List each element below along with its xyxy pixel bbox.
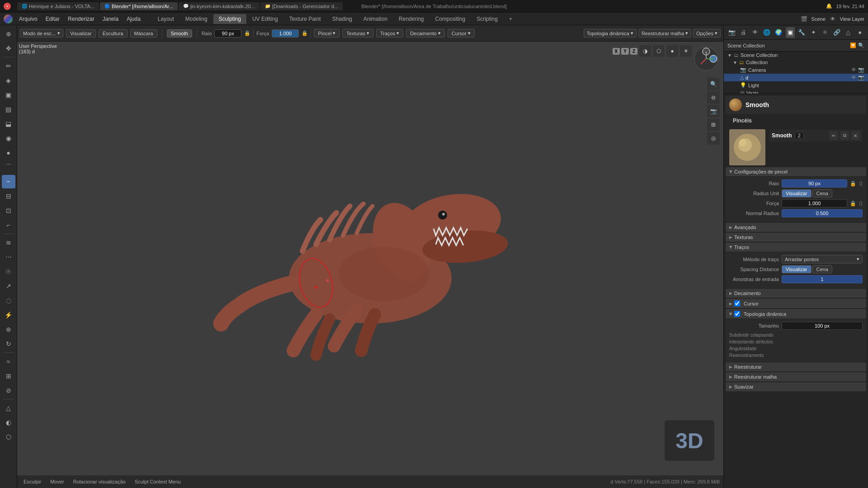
options-btn[interactable]: Opções ▾ — [693, 29, 721, 38]
tool-draw-face-sets[interactable]: ⬡ — [2, 430, 15, 444]
topologia-header[interactable]: ▶ Topologia dinâmica — [726, 309, 866, 319]
tool-slide-relax[interactable]: ≈ — [2, 355, 15, 368]
camera-eye-icon[interactable]: 👁 — [851, 67, 856, 73]
outliner-mesh-d[interactable]: △ d 👁 📷 — [724, 74, 868, 81]
suavizar-header[interactable]: ▶ Suavizar — [726, 382, 866, 391]
radius-unit-scene-btn[interactable]: Cena — [812, 189, 832, 197]
tab-kakao[interactable]: 💬 jin-kyeom-kim-kakaotalk-20... — [179, 2, 259, 10]
tool-thumb[interactable]: ◌ — [2, 294, 15, 307]
panel-tab-world[interactable]: 🌍 — [774, 27, 783, 38]
raio-input[interactable] — [214, 29, 241, 38]
tool-clay-strips[interactable]: ▤ — [2, 103, 15, 116]
tool-simplify[interactable]: △ — [2, 401, 15, 415]
brush-edit-icon[interactable]: ✏ — [829, 131, 838, 140]
axis-x[interactable]: X — [613, 48, 620, 55]
outliner-scene-collection[interactable]: ▼ 🗂 Scene Collection — [724, 52, 868, 59]
decaimento-header[interactable]: ▶ Decaimento — [726, 289, 866, 298]
nav-camera[interactable]: 📷 — [707, 105, 720, 117]
avancado-header[interactable]: ▶ Avançado — [726, 223, 866, 232]
tracos-header[interactable]: ▶ Traços — [726, 243, 866, 252]
viewport-shading-material[interactable]: ● — [666, 45, 678, 57]
tool-move[interactable]: ✥ — [2, 42, 15, 55]
panel-tab-particles[interactable]: ✦ — [809, 27, 818, 38]
viewport-shading-wire[interactable]: ⬡ — [653, 45, 665, 57]
outliner-filter-icon[interactable]: 🔽 — [850, 42, 856, 48]
mesh-eye-icon[interactable]: 👁 — [851, 75, 856, 80]
tool-rotate[interactable]: ↻ — [2, 337, 15, 351]
nav-zoom-in[interactable]: 🔍 — [707, 78, 720, 90]
tab-blender[interactable]: 🔵 Blender* [/home/allison/Ar... — [100, 2, 178, 10]
tool-cursor[interactable]: ⊕ — [2, 27, 15, 41]
menu-renderizar[interactable]: Renderizar — [64, 14, 98, 23]
outliner-empty[interactable]: ◎ Vazio — [724, 89, 868, 94]
sculpt-mode-btn[interactable]: Esculpir — [21, 478, 44, 485]
tool-grab[interactable]: ☉ — [2, 265, 15, 278]
panel-tab-render[interactable]: 📷 — [727, 27, 736, 38]
texturas-btn[interactable]: Texturas ▾ — [342, 29, 373, 38]
ws-tab-add[interactable]: + — [504, 14, 518, 24]
axis-y[interactable]: Y — [621, 48, 629, 55]
forca-pressure-icon[interactable]: ⟨⟩ — [859, 201, 863, 206]
reestruturar-header[interactable]: ▶ Reestruturar — [726, 362, 866, 371]
cursor-btn-toolbar[interactable]: Cursor ▾ — [448, 29, 475, 38]
radius-unit-view-btn[interactable]: Visualizar — [782, 189, 811, 197]
raio-pressure-icon[interactable]: ⟨⟩ — [859, 181, 863, 187]
tool-clay[interactable]: ▣ — [2, 88, 15, 102]
outliner-collection[interactable]: ▼ 🗂 Collection — [724, 59, 868, 66]
tool-snake-hook[interactable]: ↗ — [2, 279, 15, 293]
tab-downloads[interactable]: 📁 [Downloads - Gerenciador d... — [260, 2, 343, 10]
tool-draw[interactable]: ✏ — [2, 59, 15, 73]
mesh-render-icon[interactable]: 📷 — [858, 75, 864, 80]
viewport-shading-render[interactable]: ☀ — [680, 45, 692, 57]
spacing-scene-btn[interactable]: Cena — [812, 265, 832, 273]
forca-prop-value[interactable]: 1.000 — [782, 199, 847, 207]
ws-tab-sculpting[interactable]: Sculpting — [213, 14, 246, 24]
tool-scrape[interactable]: ⌐ — [2, 218, 15, 232]
ws-tab-texture[interactable]: Texture Paint — [284, 14, 326, 24]
context-menu-btn[interactable]: Sculpt Context Menu — [132, 478, 184, 485]
ws-tab-modeling[interactable]: Modeling — [180, 14, 213, 24]
tool-mask[interactable]: ◐ — [2, 416, 15, 429]
brush-delete-icon[interactable]: ✕ — [851, 131, 860, 140]
axis-z[interactable]: Z — [630, 48, 637, 55]
tool-crease[interactable]: ⌒ — [2, 160, 15, 174]
panel-tab-object[interactable]: ▣ — [786, 27, 795, 38]
metodo-select[interactable]: Arrastar pontos ▾ — [782, 255, 863, 263]
menu-ajuda[interactable]: Ajuda — [123, 14, 144, 23]
tool-fill[interactable]: ⊡ — [2, 204, 15, 217]
remesh-btn[interactable]: Reestruturar malha ▾ — [638, 29, 691, 38]
ws-tab-shading[interactable]: Shading — [327, 14, 358, 24]
view-btn[interactable]: Visualizar — [66, 29, 96, 38]
outliner-search-icon[interactable]: 🔍 — [858, 42, 864, 48]
cursor-checkbox[interactable] — [734, 300, 740, 306]
tool-smooth[interactable]: ~ — [2, 175, 15, 188]
camera-render-icon[interactable]: 📷 — [858, 67, 864, 73]
brush-settings-header[interactable]: ▶ Configurações de pincel — [726, 167, 866, 176]
move-bottom-btn[interactable]: Mover — [47, 478, 67, 485]
tool-multires[interactable]: ≋ — [2, 236, 15, 249]
outliner-light[interactable]: 💡 Light — [724, 81, 868, 89]
panel-tab-scene[interactable]: 🌐 — [762, 27, 771, 38]
amostras-value[interactable]: 1 — [782, 275, 863, 283]
tool-pose[interactable]: ⚡ — [2, 308, 15, 322]
menu-arquivo[interactable]: Arquivo — [15, 14, 41, 23]
raio-lock-prop-icon[interactable]: 🔒 — [850, 181, 856, 187]
tool-flatten[interactable]: ⊟ — [2, 189, 15, 203]
nav-grid[interactable]: ⊞ — [707, 118, 720, 131]
ws-tab-animation[interactable]: Animation — [358, 14, 393, 24]
ws-tab-uv[interactable]: UV Editing — [247, 14, 283, 24]
decaimento-btn[interactable]: Decaimento ▾ — [406, 29, 445, 38]
forca-input[interactable] — [272, 29, 299, 38]
ws-tab-layout[interactable]: Layout — [152, 14, 179, 24]
panel-tab-view-layer[interactable]: 👁 — [751, 27, 760, 38]
scene-icon[interactable]: 🎬 — [799, 14, 810, 24]
sculpt-btn[interactable]: Escultura — [99, 29, 127, 38]
normal-radius-value[interactable]: 0.500 — [782, 209, 863, 217]
panel-tab-physics[interactable]: ⚛ — [821, 27, 830, 38]
tool-cloth[interactable]: ⊘ — [2, 384, 15, 397]
tool-blob[interactable]: ● — [2, 146, 15, 160]
outliner-camera[interactable]: 📷 Camera 👁 📷 — [724, 66, 868, 74]
topologia-checkbox[interactable] — [734, 311, 740, 317]
tool-draw-sharp[interactable]: ◈ — [2, 74, 15, 87]
panel-tab-material[interactable]: ● — [855, 27, 864, 38]
